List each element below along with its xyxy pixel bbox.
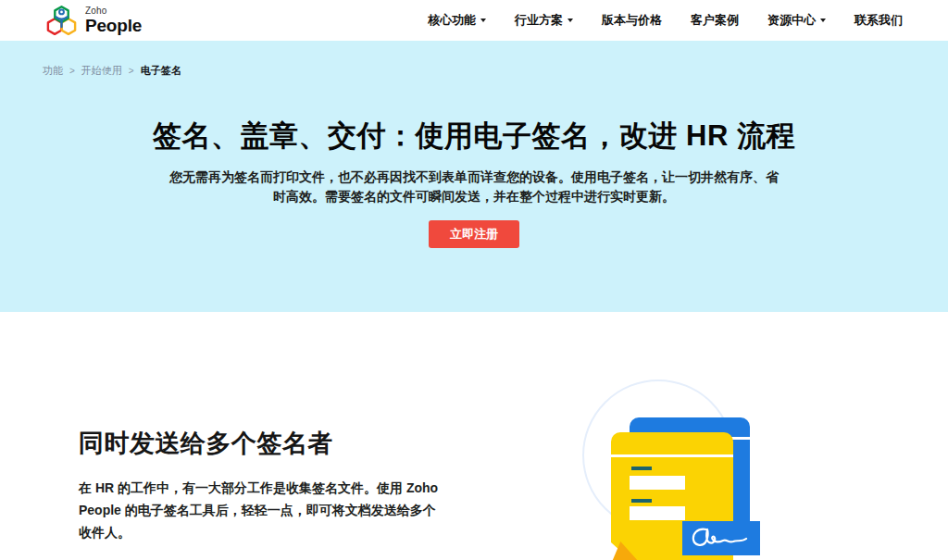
feature-body: 在 HR 的工作中，有一大部分工作是收集签名文件。使用 Zoho People …: [79, 477, 445, 543]
feature-section: 同时发送给多个签名者 在 HR 的工作中，有一大部分工作是收集签名文件。使用 Z…: [0, 312, 948, 560]
hero-section: 功能 > 开始使用 > 电子签名 签名、盖章、交付：使用电子签名，改进 HR 流…: [0, 41, 948, 312]
form-field-label-line: [631, 467, 652, 470]
chevron-down-icon: [568, 19, 573, 22]
page: Zoho People 核心功能 行业方案 版本与价格 客户案例 资源中心: [0, 0, 948, 560]
breadcrumb-separator: >: [129, 66, 134, 76]
nav-label: 客户案例: [691, 12, 739, 29]
signature-scribble-icon: [682, 521, 760, 555]
nav-label: 资源中心: [767, 12, 816, 29]
nav-item-industry-solutions[interactable]: 行业方案: [515, 12, 573, 29]
breadcrumb-current-page: 电子签名: [141, 64, 181, 78]
nav-item-pricing[interactable]: 版本与价格: [602, 12, 662, 29]
nav-label: 联系我们: [854, 12, 903, 29]
hero-description: 您无需再为签名而打印文件，也不必再因找不到表单而详查您的设备。使用电子签名，让一…: [168, 168, 780, 206]
chevron-down-icon: [820, 19, 826, 22]
brand-product: People: [85, 17, 142, 34]
document-header-divider: [611, 454, 733, 457]
brand-zoho: Zoho: [85, 6, 142, 16]
page-title: 签名、盖章、交付：使用电子签名，改进 HR 流程: [0, 41, 948, 156]
feature-heading: 同时发送给多个签名者: [79, 427, 468, 460]
nav-label: 版本与价格: [602, 12, 662, 29]
chevron-down-icon: [480, 19, 486, 22]
top-nav-bar: Zoho People 核心功能 行业方案 版本与价格 客户案例 资源中心: [0, 0, 948, 41]
signature-badge-icon: [682, 521, 760, 555]
feature-text-block: 同时发送给多个签名者 在 HR 的工作中，有一大部分工作是收集签名文件。使用 Z…: [79, 427, 468, 543]
zoho-hexagons-icon: [44, 4, 79, 38]
breadcrumb-separator: >: [69, 66, 75, 76]
form-input-field: [630, 476, 685, 490]
nav-label: 核心功能: [428, 12, 476, 29]
breadcrumb: 功能 > 开始使用 > 电子签名: [43, 64, 181, 78]
signup-button[interactable]: 立即注册: [429, 220, 519, 248]
zoho-people-logo[interactable]: Zoho People: [44, 4, 142, 38]
breadcrumb-item-features[interactable]: 功能: [43, 64, 63, 78]
breadcrumb-item-getting-started[interactable]: 开始使用: [81, 64, 122, 78]
nav-item-contact-us[interactable]: 联系我们: [854, 12, 903, 29]
logo-wordmark: Zoho People: [85, 6, 142, 34]
form-input-field: [630, 506, 685, 520]
nav-item-core-features[interactable]: 核心功能: [428, 12, 486, 29]
form-field-label-line: [631, 499, 652, 503]
nav-item-customer-stories[interactable]: 客户案例: [691, 12, 739, 29]
main-nav: 核心功能 行业方案 版本与价格 客户案例 资源中心 联系我们: [428, 12, 903, 29]
nav-label: 行业方案: [515, 12, 563, 29]
nav-item-resources[interactable]: 资源中心: [767, 12, 826, 29]
